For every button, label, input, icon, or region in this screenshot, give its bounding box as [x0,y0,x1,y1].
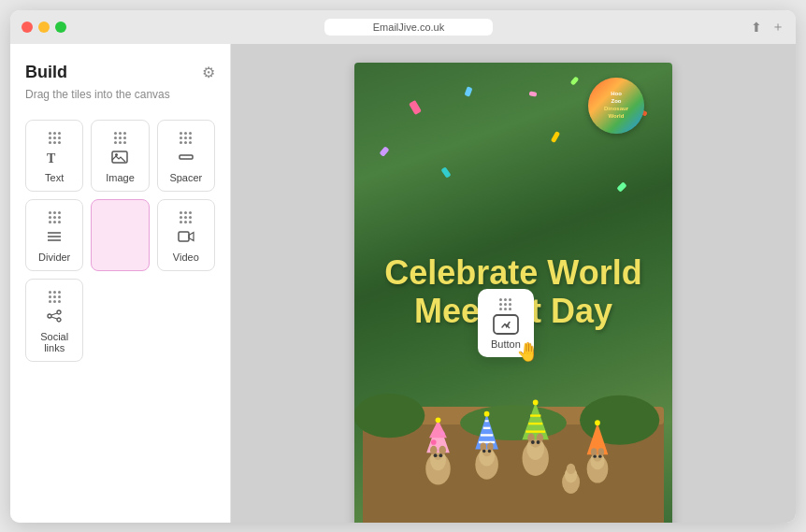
tiles-grid-row1: T Text [25,120,215,192]
svg-point-66 [537,440,540,444]
tile-social-links-label: Social links [32,331,77,353]
svg-point-55 [480,442,486,451]
svg-point-25 [431,439,437,445]
share-icon[interactable]: ⬆ [751,20,762,35]
image-icon [110,132,129,166]
tile-divider[interactable]: Divider [25,199,83,271]
address-bar: EmailJive.co.uk [74,19,743,36]
svg-point-44 [533,399,539,405]
svg-point-59 [591,448,597,456]
confetti-8 [529,91,538,96]
svg-point-53 [430,446,438,454]
sidebar-title: Build [25,63,67,82]
svg-point-17 [580,395,659,445]
svg-line-12 [51,317,57,319]
svg-point-67 [593,454,596,457]
new-tab-icon[interactable]: ＋ [771,19,784,36]
svg-point-47 [567,464,575,474]
traffic-light-red[interactable] [22,22,33,33]
traffic-light-green[interactable] [55,22,66,33]
video-icon [177,211,195,246]
svg-point-52 [595,420,600,425]
confetti-9 [551,131,560,143]
svg-point-26 [440,431,445,436]
confetti-10 [616,181,626,192]
hand-cursor-icon: 🤚 [516,340,540,363]
divider-icon [45,211,64,246]
svg-point-56 [487,442,494,451]
sidebar-subtitle: Drag the tiles into the canvas [25,88,215,101]
canvas-headline-line1: Celebrate World [384,252,641,291]
tile-video-label: Video [173,252,199,263]
main-canvas: Button 🤚 [231,44,796,523]
settings-icon[interactable]: ⚙ [202,64,215,81]
svg-point-8 [48,314,51,318]
svg-point-54 [439,446,446,454]
svg-point-63 [482,450,485,453]
svg-point-16 [354,394,425,438]
svg-point-64 [488,450,491,453]
svg-rect-3 [180,155,193,159]
svg-point-61 [434,453,438,457]
svg-point-2 [115,153,118,156]
tile-social-links[interactable]: Social links [25,279,83,362]
confetti-5 [380,146,390,157]
browser-titlebar: EmailJive.co.uk ⬆ ＋ [10,10,796,44]
tile-image-label: Image [106,172,135,183]
button-icon [493,314,519,335]
confetti-7 [441,166,452,178]
sidebar-header: Build ⚙ [25,63,215,82]
traffic-light-yellow[interactable] [38,22,50,33]
svg-point-60 [597,448,604,456]
traffic-lights [22,22,66,33]
svg-point-10 [57,318,61,322]
tile-divider-label: Divider [38,252,70,263]
logo-area: HooZooDinosaurWorld [579,78,654,134]
spacer-icon [177,132,195,166]
text-icon: T [45,132,64,166]
tile-spacer[interactable]: Spacer [157,120,215,192]
svg-point-9 [57,310,61,314]
drag-handle-icon [499,298,511,310]
floating-button-tile[interactable]: Button 🤚 [478,289,534,357]
svg-text:T: T [47,151,56,165]
tiles-grid-row2: Divider [25,199,215,271]
logo-badge: HooZooDinosaurWorld [588,78,644,134]
tile-image[interactable]: Image [91,120,149,192]
svg-point-62 [439,453,442,457]
tiles-grid-row3: Social links [25,279,215,362]
tile-text[interactable]: T Text [25,120,83,192]
browser-window: EmailJive.co.uk ⬆ ＋ Build ⚙ Drag the til… [10,10,796,523]
browser-content: Build ⚙ Drag the tiles into the canvas T [10,44,796,523]
tile-highlighted[interactable] [91,199,149,271]
svg-line-11 [51,313,57,315]
tile-spacer-label: Spacer [169,172,202,183]
browser-actions: ⬆ ＋ [751,19,784,36]
confetti-2 [464,86,472,96]
tile-text-label: Text [45,172,64,183]
svg-point-18 [460,405,567,440]
url-display[interactable]: EmailJive.co.uk [324,19,493,36]
confetti-4 [570,77,580,86]
svg-point-68 [598,454,601,457]
svg-rect-7 [179,232,189,241]
svg-point-65 [531,440,535,444]
sidebar: Build ⚙ Drag the tiles into the canvas T [10,44,231,523]
social-links-icon [45,291,64,325]
tile-video[interactable]: Video [157,199,215,271]
svg-point-36 [484,411,490,417]
svg-point-24 [436,417,441,423]
confetti-1 [409,100,422,115]
